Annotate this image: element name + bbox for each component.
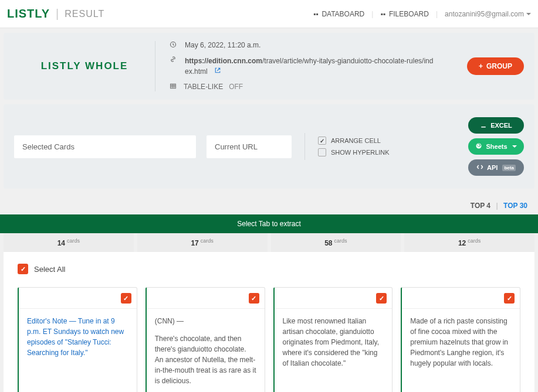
- card-checkbox[interactable]: ✓: [249, 293, 259, 304]
- show-hyperlink-label: SHOW HYPERLINK: [331, 149, 390, 156]
- card-header: ✓: [275, 288, 392, 309]
- tab-58-cards[interactable]: 58cards: [271, 233, 401, 252]
- nav-separator: |: [371, 10, 373, 18]
- table-like-row: TABLE-LIKE OFF: [170, 83, 467, 91]
- select-all-row[interactable]: ✓ Select All: [18, 264, 520, 274]
- svg-rect-1: [171, 84, 176, 88]
- card-item[interactable]: ✓ (CNN) — There's chocolate, and then th…: [146, 287, 265, 392]
- group-button[interactable]: + GROUP: [467, 57, 524, 75]
- page-section: RESULT: [65, 9, 104, 19]
- excel-button[interactable]: EXCEL: [468, 117, 524, 134]
- info-panel: LISTLY WHOLE May 6, 2022, 11:20 a.m. htt…: [4, 33, 534, 100]
- tab-count: 58: [324, 239, 332, 247]
- external-link-icon[interactable]: [214, 67, 221, 76]
- code-icon: [476, 163, 483, 172]
- nav-databoard-label: DATABOARD: [322, 10, 364, 18]
- current-url-input[interactable]: [207, 135, 292, 158]
- tab-cards-label: cards: [201, 238, 214, 244]
- user-email-label: antozanini95@gmail.com: [445, 10, 524, 18]
- top-links: TOP 4 | TOP 30: [0, 193, 538, 214]
- card-checkbox[interactable]: ✓: [121, 293, 131, 304]
- checkbox-icon: [318, 148, 326, 156]
- logo-separator: |: [56, 7, 59, 21]
- card-text: (CNN) —: [155, 316, 256, 326]
- clock-icon: [170, 41, 178, 50]
- listly-whole-label: LISTLY WHOLE: [14, 60, 155, 72]
- url-row: https://edition.cnn.com/travel/article/w…: [170, 56, 467, 77]
- link-icon: [170, 56, 178, 64]
- arrange-cell-label: ARRANGE CELL: [331, 137, 381, 144]
- card-body: (CNN) — There's chocolate, and then ther…: [147, 309, 265, 392]
- card-header: ✓: [147, 288, 265, 309]
- user-menu[interactable]: antozanini95@gmail.com: [445, 10, 531, 18]
- card-text: Made of a rich paste consisting of fine …: [410, 316, 512, 369]
- checkbox-group: ARRANGE CELL SHOW HYPERLINK: [318, 137, 390, 156]
- card-header: ✓: [19, 288, 137, 309]
- card-text: There's chocolate, and then there's gian…: [155, 333, 256, 386]
- table-like-label: TABLE-LIKE: [184, 83, 223, 91]
- content-area: ✓ Select All ✓ Editor's Note — Tune in a…: [4, 252, 534, 392]
- download-icon: [480, 121, 487, 129]
- tab-count: 14: [57, 239, 65, 247]
- tab-row: 14cards 17cards 58cards 12cards: [0, 233, 538, 252]
- card-item[interactable]: ✓ Made of a rich paste consisting of fin…: [401, 287, 520, 392]
- google-icon: [475, 142, 482, 151]
- chevron-down-icon: [512, 145, 517, 148]
- top-links-separator: |: [496, 202, 498, 210]
- card-body: Like most renowned Italian artisan choco…: [275, 309, 392, 376]
- card-body: Made of a rich paste consisting of fine …: [402, 309, 520, 376]
- nav-fileboard-label: FILEBOARD: [389, 10, 429, 18]
- card-checkbox[interactable]: ✓: [504, 293, 515, 304]
- card-item[interactable]: ✓ Editor's Note — Tune in at 9 p.m. ET S…: [18, 287, 137, 392]
- tab-17-cards[interactable]: 17cards: [137, 233, 268, 252]
- card-text-link[interactable]: Editor's Note — Tune in at 9 p.m. ET Sun…: [27, 316, 128, 358]
- tab-header: Select Tab to extract: [0, 214, 538, 233]
- cards-grid: ✓ Editor's Note — Tune in at 9 p.m. ET S…: [18, 287, 520, 392]
- tab-12-cards[interactable]: 12cards: [404, 233, 534, 252]
- nav-fileboard[interactable]: ▪▪ FILEBOARD: [380, 10, 429, 18]
- timestamp-value: May 6, 2022, 11:20 a.m.: [185, 41, 260, 49]
- card-header: ✓: [402, 288, 520, 309]
- card-text: Like most renowned Italian artisan choco…: [283, 316, 384, 369]
- card-checkbox[interactable]: ✓: [376, 293, 387, 304]
- tab-cards-label: cards: [468, 238, 481, 244]
- top-4-link[interactable]: TOP 4: [471, 202, 490, 210]
- checkbox-icon: [318, 137, 326, 145]
- tab-count: 12: [458, 239, 466, 247]
- arrange-cell-checkbox[interactable]: ARRANGE CELL: [318, 137, 390, 145]
- select-all-label: Select All: [34, 265, 65, 274]
- nav-separator: |: [436, 10, 438, 18]
- action-buttons: EXCEL Sheets APIbeta: [468, 117, 524, 176]
- sheets-label: Sheets: [486, 143, 507, 150]
- checkbox-checked-icon: ✓: [18, 264, 28, 274]
- tab-cards-label: cards: [67, 238, 80, 244]
- plus-icon: +: [479, 62, 483, 70]
- table-icon: [170, 83, 178, 91]
- nav-databoard[interactable]: ▪▪ DATABOARD: [313, 10, 364, 18]
- api-label: API: [487, 164, 498, 171]
- url-text[interactable]: https://edition.cnn.com/travel/article/w…: [185, 56, 437, 77]
- logo[interactable]: LISTLY: [7, 7, 50, 21]
- logo-block: LISTLY | RESULT: [7, 7, 104, 21]
- header-right: ▪▪ DATABOARD | ▪▪ FILEBOARD | antozanini…: [313, 10, 531, 18]
- card-item[interactable]: ✓ Like most renowned Italian artisan cho…: [273, 287, 393, 392]
- selected-cards-input[interactable]: [14, 135, 196, 158]
- group-button-label: GROUP: [486, 62, 512, 70]
- control-separator: [304, 133, 305, 160]
- sheets-button[interactable]: Sheets: [468, 138, 524, 155]
- controls-panel: ARRANGE CELL SHOW HYPERLINK EXCEL Sheets…: [4, 104, 534, 189]
- api-button[interactable]: APIbeta: [468, 159, 524, 176]
- info-meta: May 6, 2022, 11:20 a.m. https://edition.…: [155, 41, 467, 91]
- table-like-value: OFF: [229, 83, 243, 91]
- tab-count: 17: [191, 239, 198, 247]
- tab-14-cards[interactable]: 14cards: [4, 233, 134, 252]
- chevron-down-icon: [526, 13, 531, 15]
- show-hyperlink-checkbox[interactable]: SHOW HYPERLINK: [318, 148, 390, 156]
- excel-label: EXCEL: [490, 122, 512, 129]
- grid-icon: ▪▪: [380, 10, 385, 18]
- timestamp-row: May 6, 2022, 11:20 a.m.: [170, 41, 467, 50]
- card-body: Editor's Note — Tune in at 9 p.m. ET Sun…: [19, 309, 137, 365]
- top-30-link[interactable]: TOP 30: [503, 202, 527, 210]
- url-domain: https://edition.cnn.com: [185, 57, 262, 65]
- top-header: LISTLY | RESULT ▪▪ DATABOARD | ▪▪ FILEBO…: [0, 0, 538, 28]
